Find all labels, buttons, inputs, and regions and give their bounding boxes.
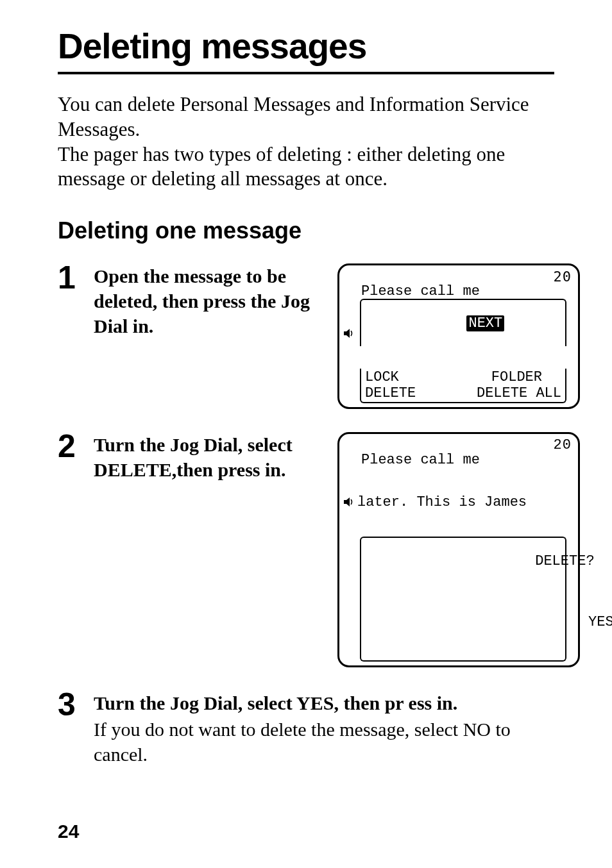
- page-number: 24: [58, 821, 79, 842]
- step-1-row: 1 Open the message to be deleted, then p…: [58, 263, 554, 418]
- lcd1-menu-delete-all: DELETE ALL: [477, 386, 561, 401]
- lcd2-counter: 20: [554, 438, 572, 453]
- section-heading: Deleting one message: [58, 217, 554, 244]
- step-3-subtext: If you do not want to delete the message…: [94, 717, 554, 767]
- svg-marker-1: [344, 497, 350, 506]
- lcd1-counter: 20: [554, 269, 572, 284]
- lcd1-menu-delete: DELETE: [365, 386, 416, 401]
- page: Deleting messages You can delete Persona…: [0, 0, 612, 868]
- speaker-icon: [343, 467, 356, 537]
- step-2-text: Turn the Jog Dial, select DELETE,then pr…: [94, 432, 331, 482]
- lcd1-message-line: Please call me: [361, 284, 572, 299]
- step-3-row: 3 Turn the Jog Dial, select YES, then pr…: [58, 690, 554, 767]
- step-3-number: 3: [58, 690, 94, 719]
- lcd1-menu-folder: FOLDER: [491, 370, 542, 385]
- lcd2-prompt: DELETE?: [466, 554, 612, 569]
- step-3-text-block: Turn the Jog Dial, select YES, then pr e…: [94, 690, 554, 767]
- step-2-number: 2: [58, 432, 94, 461]
- page-title: Deleting messages: [58, 26, 554, 67]
- speaker-icon: [343, 299, 356, 368]
- lcd2-line1: Please call me: [361, 453, 572, 467]
- title-divider: [58, 72, 554, 74]
- intro-text: You can delete Personal Messages and Inf…: [58, 92, 554, 192]
- lcd-screen-2: 20 Please call me later. This is James D…: [337, 432, 580, 667]
- step-1-number: 1: [58, 263, 94, 292]
- lcd2-line2: later. This is James: [357, 495, 527, 510]
- lcd-screen-2-wrapper: 20 Please call me later. This is James D…: [337, 432, 580, 676]
- lcd-screen-1-wrapper: 20 Please call me NEXT: [337, 263, 580, 418]
- lcd1-menu-next: NEXT: [466, 315, 504, 331]
- lcd1-menu-lock: LOCK: [365, 370, 399, 385]
- step-3-text: Turn the Jog Dial, select YES, then pr e…: [94, 692, 457, 714]
- svg-marker-0: [344, 329, 350, 338]
- lcd-screen-1: 20 Please call me NEXT: [337, 263, 580, 409]
- lcd2-yes: YES: [588, 614, 612, 630]
- step-1-text: Open the message to be deleted, then pre…: [94, 263, 331, 338]
- step-2-row: 2 Turn the Jog Dial, select DELETE,then …: [58, 432, 554, 676]
